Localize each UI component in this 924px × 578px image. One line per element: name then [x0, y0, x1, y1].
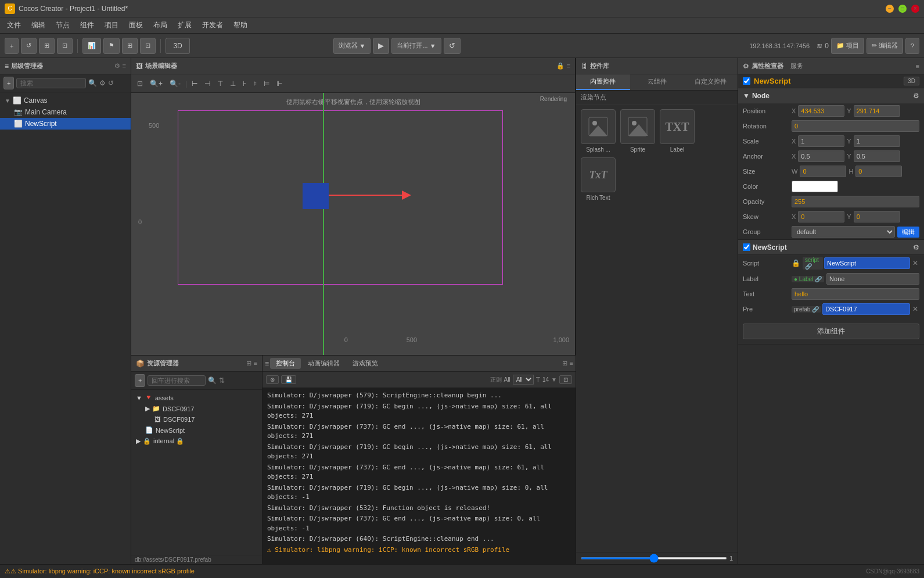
pre-clear-btn[interactable]: ✕ [911, 305, 919, 313]
component-enabled-checkbox[interactable] [743, 243, 750, 251]
scene-align-bottom[interactable]: ⊧ [251, 78, 259, 89]
scale-x-input[interactable] [798, 135, 844, 147]
controls-slider[interactable] [581, 557, 727, 559]
script-clear-btn[interactable]: ✕ [911, 259, 919, 267]
hierarchy-search-input[interactable] [16, 78, 86, 88]
scene-lock-icon[interactable]: 🔒 [556, 62, 565, 70]
tab-animation[interactable]: 动画编辑器 [302, 358, 346, 369]
scene-distribute-h[interactable]: ⊨ [261, 78, 272, 89]
tab-custom[interactable]: 自定义控件 [684, 74, 738, 90]
hierarchy-add-button[interactable]: + [3, 77, 14, 89]
scene-align-mid[interactable]: ⊦ [240, 78, 249, 89]
assets-search-icon[interactable]: 🔍 [208, 376, 217, 385]
scene-distribute-v[interactable]: ⊩ [274, 78, 285, 89]
assets-item-dscf-file[interactable]: 🖼 DSCF0917 [131, 414, 262, 425]
tab-preview[interactable]: 游戏预览 [347, 358, 384, 369]
anchor-y-input[interactable] [854, 150, 900, 162]
menu-panel[interactable]: 面板 [124, 19, 148, 31]
scene-menu-icon[interactable]: ≡ [567, 62, 570, 70]
node-enabled-checkbox[interactable] [743, 77, 750, 85]
properties-3d-btn[interactable]: 3D [904, 77, 919, 85]
scene-blue-object[interactable] [303, 183, 329, 209]
hierarchy-filter-icon[interactable]: ⚙ [99, 79, 106, 87]
tree-item-newscript[interactable]: ⬜ NewScript [0, 118, 131, 130]
color-picker[interactable] [792, 181, 838, 192]
assets-add-button[interactable]: + [135, 374, 145, 387]
project-button[interactable]: 📁 项目 [831, 38, 864, 54]
script-value-input[interactable] [824, 257, 910, 269]
skew-y-input[interactable] [854, 211, 900, 222]
close-button[interactable]: × [911, 5, 919, 13]
assets-search-input[interactable] [148, 375, 206, 386]
help-button[interactable]: ? [905, 38, 919, 54]
console-expand-icon[interactable]: ⊞ [562, 360, 567, 367]
add-component-btn[interactable]: 添加组件 [743, 324, 919, 339]
component-settings-icon[interactable]: ⚙ [913, 243, 919, 252]
assets-item-assets[interactable]: ▼ 🔻 assets [131, 392, 262, 403]
scene-align-right[interactable]: ⊤ [215, 78, 225, 89]
node-section-header[interactable]: ▼ Node ⚙ [738, 88, 924, 103]
rotate-tool-button[interactable]: ⊡ [57, 38, 73, 54]
control-node-splash[interactable]: S Splash ... [581, 109, 616, 153]
menu-file[interactable]: 文件 [2, 19, 26, 31]
component-header[interactable]: NewScript ⚙ [738, 240, 924, 255]
size-w-input[interactable] [800, 166, 846, 177]
assets-copy-icon[interactable]: ⊞ [246, 360, 251, 367]
console-save-button[interactable]: 💾 [281, 375, 296, 384]
console-filter-select[interactable]: All [513, 375, 534, 385]
menu-edit[interactable]: 编辑 [27, 19, 50, 31]
skew-x-input[interactable] [798, 211, 844, 222]
tab-builtin[interactable]: 内置控件 [576, 74, 630, 90]
menu-developer[interactable]: 开发者 [197, 19, 228, 31]
text-input[interactable] [792, 288, 919, 300]
browser-dropdown[interactable]: 浏览器 ▼ [333, 38, 371, 54]
control-node-sprite[interactable]: Sprite [620, 109, 655, 153]
assets-item-newscript[interactable]: 📄 NewScript [131, 425, 262, 436]
node-settings-icon[interactable]: ⚙ [913, 92, 919, 100]
refresh-button[interactable]: ↺ [21, 38, 37, 54]
menu-component[interactable]: 组件 [75, 19, 99, 31]
anchor-x-input[interactable] [798, 150, 844, 162]
scene-zoom-in[interactable]: 🔍+ [148, 78, 165, 89]
position-y-input[interactable] [854, 105, 900, 117]
assets-item-dscf-folder[interactable]: ▶ 📁 DSCF0917 [131, 403, 262, 414]
add-node-button[interactable]: + [5, 38, 19, 54]
properties-menu[interactable]: ≡ [916, 63, 919, 70]
scene-align-left[interactable]: ⊢ [189, 78, 200, 89]
position-x-input[interactable] [798, 105, 844, 117]
open-dropdown[interactable]: 当前打开... ▼ [391, 38, 441, 54]
hierarchy-settings[interactable]: ⚙ [114, 62, 120, 70]
maximize-button[interactable]: □ [898, 5, 907, 13]
scene-canvas[interactable]: 使用鼠标右键平移视窗焦点，使用滚轮缩放视图 Rendering 500 0 0 … [131, 93, 575, 355]
tree-item-main-camera[interactable]: 📷 Main Camera [0, 106, 131, 118]
menu-layout[interactable]: 布局 [149, 19, 172, 31]
group-select[interactable]: default [792, 226, 895, 238]
pre-value-input[interactable] [822, 303, 910, 315]
console-clear-button[interactable]: ⊗ [266, 375, 279, 384]
scene-zoom-fit[interactable]: ⊡ [135, 78, 145, 89]
menu-extend[interactable]: 扩展 [173, 19, 196, 31]
assets-menu-icon[interactable]: ≡ [254, 360, 257, 367]
assets-sort-icon[interactable]: ⇅ [219, 376, 225, 385]
menu-help[interactable]: 帮助 [229, 19, 252, 31]
control-node-richtext[interactable]: TxT Rich Text [581, 157, 616, 201]
tree-item-canvas[interactable]: ▼ ⬜ Canvas [0, 95, 131, 106]
move-tool-button[interactable]: ⊞ [39, 38, 55, 54]
grid-button[interactable]: ⊞ [122, 38, 138, 54]
menu-project[interactable]: 项目 [100, 19, 123, 31]
flag-button[interactable]: ⚑ [103, 38, 120, 54]
3d-button[interactable]: 3D [166, 38, 189, 54]
assets-item-internal[interactable]: ▶ 🔒 internal 🔒 [131, 436, 262, 447]
play-button[interactable]: ▶ [373, 38, 389, 54]
hierarchy-refresh-icon[interactable]: ↺ [108, 79, 114, 87]
minimize-button[interactable]: − [886, 5, 894, 13]
scale-y-input[interactable] [854, 135, 900, 147]
console-fullscreen-button[interactable]: ⊡ [559, 375, 572, 384]
size-h-input[interactable] [855, 166, 902, 177]
scene-align-center[interactable]: ⊣ [202, 78, 213, 89]
tab-cloud[interactable]: 云组件 [630, 74, 684, 90]
rotation-input[interactable] [792, 120, 919, 132]
opacity-input[interactable] [792, 196, 919, 207]
label-field-input[interactable] [826, 273, 919, 285]
scene-zoom-out[interactable]: 🔍- [167, 78, 183, 89]
